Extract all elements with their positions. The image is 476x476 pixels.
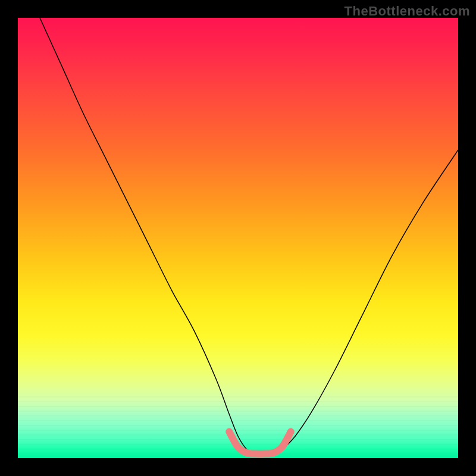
plot-area [18, 18, 458, 458]
curve-svg [18, 18, 458, 458]
chart-frame: TheBottleneck.com [0, 0, 476, 476]
watermark-text: TheBottleneck.com [345, 4, 470, 19]
black-curve-path [40, 18, 458, 454]
pink-segment-path [229, 432, 291, 454]
